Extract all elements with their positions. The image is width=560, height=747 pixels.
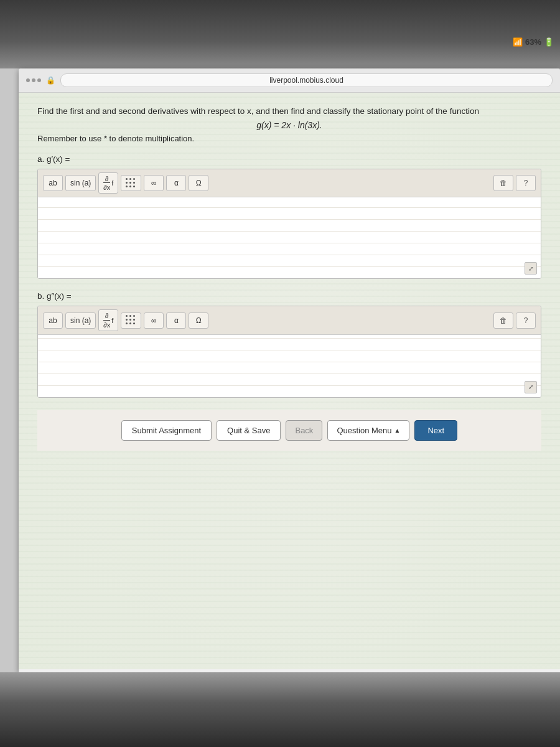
part-b-input-container: ab sin (a) ∂ ∂x f [37, 306, 541, 397]
expand-button-a[interactable]: ⤢ [525, 262, 537, 275]
lock-icon: 🔒 [46, 76, 55, 85]
chevron-up-icon: ▲ [394, 427, 401, 434]
submit-assignment-button[interactable]: Submit Assignment [121, 420, 212, 441]
question-note: Remember to use * to denote multiplicati… [37, 134, 541, 143]
part-a-input-container: ab sin (a) ∂ ∂x f [37, 169, 541, 279]
toolbar-alpha-button-a[interactable]: α [166, 175, 186, 191]
browser-window: 🔒 liverpool.mobius.cloud Find the first … [19, 68, 560, 672]
toolbar-deriv-button-a[interactable]: ∂ ∂x f [98, 172, 118, 194]
url-bar[interactable]: liverpool.mobius.cloud [60, 73, 553, 87]
question-intro: Find the first and and second derivative… [37, 105, 541, 118]
toolbar-help-button-b[interactable]: ? [516, 312, 536, 329]
toolbar-ab-button-b[interactable]: ab [43, 312, 63, 329]
browser-menu-dots[interactable] [26, 78, 41, 82]
toolbar-deriv-button-b[interactable]: ∂ ∂x f [98, 309, 118, 331]
toolbar-ab-button-a[interactable]: ab [43, 175, 63, 191]
toolbar-sin-button-a[interactable]: sin (a) [65, 175, 96, 191]
page-content: Find the first and and second derivative… [19, 93, 560, 669]
battery-percentage: 63% [525, 37, 541, 47]
toolbar-trash-button-b[interactable]: 🗑 [493, 312, 513, 329]
part-a-toolbar: ab sin (a) ∂ ∂x f [38, 169, 541, 197]
toolbar-trash-button-a[interactable]: 🗑 [493, 175, 513, 191]
browser-chrome: 🔒 liverpool.mobius.cloud [19, 68, 560, 93]
action-bar: Submit Assignment Quit & Save Back Quest… [37, 410, 541, 451]
battery-icon: 🔋 [544, 37, 554, 47]
expand-button-b[interactable]: ⤢ [525, 381, 537, 393]
toolbar-inf-button-b[interactable]: ∞ [144, 312, 164, 329]
toolbar-grid-button-b[interactable] [121, 312, 141, 329]
toolbar-inf-button-a[interactable]: ∞ [144, 175, 164, 191]
question-formula: g(x) = 2x · ln(3x). [37, 120, 541, 130]
toolbar-alpha-button-b[interactable]: α [166, 312, 186, 329]
question-menu-button[interactable]: Question Menu ▲ [327, 420, 409, 441]
wifi-icon: 📶 [513, 37, 523, 47]
part-a-label: a. g′(x) = [37, 154, 541, 164]
toolbar-help-button-a[interactable]: ? [516, 175, 536, 191]
quit-save-button[interactable]: Quit & Save [217, 420, 281, 441]
toolbar-omega-button-b[interactable]: Ω [189, 312, 208, 329]
bottom-bezel [0, 672, 560, 747]
part-b-label: b. g″(x) = [37, 291, 541, 301]
toolbar-sin-button-b[interactable]: sin (a) [65, 312, 96, 329]
part-a-math-input[interactable]: ⤢ [38, 197, 541, 278]
next-button[interactable]: Next [414, 420, 457, 441]
part-b-math-input[interactable]: ⤢ [38, 335, 541, 397]
toolbar-omega-button-a[interactable]: Ω [189, 175, 208, 191]
toolbar-grid-button-a[interactable] [121, 175, 141, 191]
part-b-toolbar: ab sin (a) ∂ ∂x f [38, 306, 541, 334]
back-button[interactable]: Back [286, 420, 322, 441]
